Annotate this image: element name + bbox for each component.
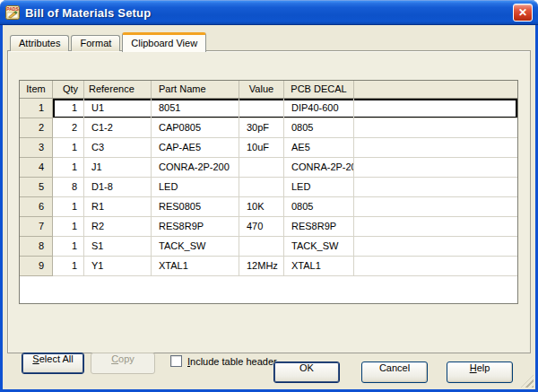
table-body: 1 1 U1 8051 DIP40-600 2 2 C1-2 CAP0805 3… bbox=[20, 99, 517, 276]
cell-part-name: RES0805 bbox=[152, 197, 239, 217]
table-row[interactable]: 3 1 C3 CAP-AE5 10uF AE5 bbox=[20, 138, 517, 158]
cell-qty: 2 bbox=[53, 118, 84, 138]
table-row[interactable]: 2 2 C1-2 CAP0805 30pF 0805 bbox=[20, 118, 517, 138]
cell-filler bbox=[354, 99, 517, 118]
row-body: 1 J1 CONRA-2P-200 CONRA-2P-200 bbox=[53, 158, 517, 178]
copy-mnemonic: C bbox=[111, 353, 118, 364]
copy-label: opy bbox=[118, 353, 134, 364]
cell-reference: R2 bbox=[84, 217, 152, 237]
row-body: 1 C3 CAP-AE5 10uF AE5 bbox=[53, 138, 517, 158]
cell-pcb-decal: CONRA-2P-200 bbox=[284, 158, 354, 178]
help-label: elp bbox=[477, 362, 490, 373]
cell-value: 10K bbox=[239, 197, 284, 217]
title-bar[interactable]: PADS Bill of Materials Setup ✕ bbox=[0, 0, 538, 25]
row-header-cell: 4 bbox=[20, 158, 53, 178]
row-body: 1 S1 TACK_SW TACK_SW bbox=[53, 237, 517, 257]
svg-text:PADS: PADS bbox=[6, 6, 19, 12]
header-body: Qty Reference Part Name Value PCB DECAL bbox=[53, 81, 517, 98]
cell-value: 10uF bbox=[239, 138, 284, 158]
column-header-pcb-decal: PCB DECAL bbox=[284, 81, 354, 98]
table-row[interactable]: 9 1 Y1 XTAL1 12MHz XTAL1 bbox=[20, 257, 517, 276]
clipboard-view-panel: Item Qty Reference Part Name Value PCB D… bbox=[7, 50, 531, 353]
tab-clipboard-view[interactable]: Clipboard View bbox=[122, 32, 206, 52]
row-body: 1 Y1 XTAL1 12MHz XTAL1 bbox=[53, 257, 517, 276]
cell-pcb-decal: 0805 bbox=[284, 118, 354, 138]
copy-button[interactable]: Copy bbox=[91, 353, 155, 374]
cell-reference: S1 bbox=[84, 237, 152, 257]
cell-pcb-decal: AE5 bbox=[284, 138, 354, 158]
row-body: 1 U1 8051 DIP40-600 bbox=[53, 99, 517, 118]
cell-qty: 1 bbox=[53, 99, 84, 118]
window-title: Bill of Materials Setup bbox=[25, 6, 513, 20]
column-header-reference: Reference bbox=[84, 81, 152, 98]
cell-part-name: 8051 bbox=[152, 99, 239, 118]
table-row[interactable]: 1 1 U1 8051 DIP40-600 bbox=[20, 99, 517, 118]
table-row[interactable]: 8 1 S1 TACK_SW TACK_SW bbox=[20, 237, 517, 257]
cell-filler bbox=[354, 158, 517, 178]
cell-filler bbox=[354, 257, 517, 276]
cell-pcb-decal: DIP40-600 bbox=[284, 99, 354, 118]
cell-reference: C3 bbox=[84, 138, 152, 158]
ok-button[interactable]: OK bbox=[273, 362, 340, 383]
include-table-header-checkbox[interactable] bbox=[170, 355, 182, 367]
cell-filler bbox=[354, 197, 517, 217]
cell-reference: U1 bbox=[84, 99, 152, 118]
table-row[interactable]: 6 1 R1 RES0805 10K 0805 bbox=[20, 197, 517, 217]
column-header-value: Value bbox=[239, 81, 284, 98]
cell-part-name: RES8R9P bbox=[152, 217, 239, 237]
table-header-row: Item Qty Reference Part Name Value PCB D… bbox=[20, 81, 517, 99]
resize-grip[interactable] bbox=[521, 375, 534, 388]
cell-qty: 1 bbox=[53, 158, 84, 178]
cell-filler bbox=[354, 237, 517, 257]
include-table-header-label[interactable]: Include table header bbox=[187, 356, 277, 367]
cell-qty: 1 bbox=[53, 217, 84, 237]
help-button[interactable]: Help bbox=[447, 362, 513, 383]
row-header-cell: 7 bbox=[20, 217, 53, 237]
cell-qty: 1 bbox=[53, 197, 84, 217]
cancel-button[interactable]: Cancel bbox=[361, 362, 428, 383]
cell-value: 470 bbox=[239, 217, 284, 237]
cell-pcb-decal: LED bbox=[284, 178, 354, 197]
tab-attributes[interactable]: Attributes bbox=[10, 35, 69, 51]
dialog-window: PADS Bill of Materials Setup ✕ Attribute… bbox=[0, 0, 538, 392]
cell-qty: 1 bbox=[53, 237, 84, 257]
row-body: 1 R1 RES0805 10K 0805 bbox=[53, 197, 517, 217]
select-all-button[interactable]: Select All bbox=[22, 353, 84, 374]
table-row[interactable]: 4 1 J1 CONRA-2P-200 CONRA-2P-200 bbox=[20, 158, 517, 178]
cell-pcb-decal: RES8R9P bbox=[284, 217, 354, 237]
cell-part-name: XTAL1 bbox=[152, 257, 239, 276]
tab-bar: Attributes Format Clipboard View bbox=[10, 34, 208, 51]
close-button[interactable]: ✕ bbox=[513, 4, 533, 22]
tab-format[interactable]: Format bbox=[71, 35, 120, 51]
cell-qty: 8 bbox=[53, 178, 84, 197]
row-header-cell: 9 bbox=[20, 257, 53, 276]
row-header-cell: 3 bbox=[20, 138, 53, 158]
include-header-text: nclude table header bbox=[190, 356, 277, 367]
select-all-mnemonic: S bbox=[32, 353, 39, 364]
table-row[interactable]: 7 1 R2 RES8R9P 470 RES8R9P bbox=[20, 217, 517, 237]
row-header-cell: 8 bbox=[20, 237, 53, 257]
cell-part-name: CONRA-2P-200 bbox=[152, 158, 239, 178]
row-header-cell: 6 bbox=[20, 197, 53, 217]
cell-value: 30pF bbox=[239, 118, 284, 138]
cell-reference: D1-8 bbox=[84, 178, 152, 197]
cell-filler bbox=[354, 178, 517, 197]
cell-qty: 1 bbox=[53, 257, 84, 276]
cell-part-name: CAP-AE5 bbox=[152, 138, 239, 158]
cell-pcb-decal: 0805 bbox=[284, 197, 354, 217]
select-all-label: elect All bbox=[39, 353, 74, 364]
pads-app-icon: PADS bbox=[5, 5, 20, 20]
include-table-header-option[interactable]: Include table header bbox=[170, 355, 277, 367]
row-body: 8 D1-8 LED LED bbox=[53, 178, 517, 197]
cell-value bbox=[239, 178, 284, 197]
cell-reference: J1 bbox=[84, 158, 152, 178]
cell-qty: 1 bbox=[53, 138, 84, 158]
cell-value bbox=[239, 237, 284, 257]
cell-reference: Y1 bbox=[84, 257, 152, 276]
bom-table: Item Qty Reference Part Name Value PCB D… bbox=[19, 80, 518, 304]
dialog-client-area: Attributes Format Clipboard View Item Qt… bbox=[3, 25, 535, 389]
cell-part-name: CAP0805 bbox=[152, 118, 239, 138]
table-row[interactable]: 5 8 D1-8 LED LED bbox=[20, 178, 517, 197]
cell-value bbox=[239, 158, 284, 178]
column-header-filler bbox=[354, 81, 517, 98]
